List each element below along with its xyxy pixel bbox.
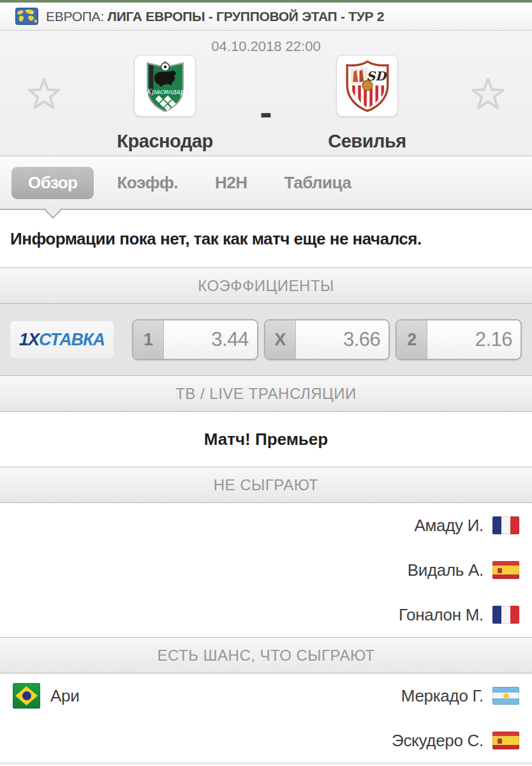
spain-flag-icon [492, 561, 519, 579]
france-flag-icon [492, 516, 519, 534]
odd-button-away[interactable]: 2 2.16 [395, 319, 522, 360]
tab-odds[interactable]: Коэфф. [103, 167, 192, 199]
favorite-star-home-icon[interactable] [24, 74, 64, 114]
odds-row: 1XСТАВКА 1 3.44 X 3.66 2 2.16 [0, 304, 532, 375]
brazil-flag-icon [13, 683, 40, 709]
world-map-icon [15, 8, 38, 25]
league-competition: ЛИГА ЕВРОПЫ - ГРУППОВОЙ ЭТАП - ТУР 2 [107, 9, 384, 24]
krasnodar-logo: Краснодар [134, 55, 196, 117]
odd-away-label: 2 [397, 320, 427, 359]
tab-odds-label: Коэфф. [117, 173, 178, 192]
tab-bar: Обзор Коэфф. H2H Таблица [0, 156, 532, 210]
tab-h2h-label: H2H [215, 173, 248, 192]
odd-draw-label: X [265, 320, 296, 359]
bookmaker-logo[interactable]: 1XСТАВКА [10, 321, 114, 358]
section-header-odds: КОЭФФИЦИЕНТЫ [0, 267, 532, 304]
team-away-name: Севилья [328, 131, 406, 152]
player-name: Амаду И. [414, 516, 484, 536]
team-home-name: Краснодар [117, 131, 212, 152]
tv-channel: Матч! Премьер [0, 412, 532, 467]
tab-table-label: Таблица [284, 173, 351, 192]
player-row[interactable]: Амаду И. [0, 503, 532, 548]
sevilla-logo: SD [336, 55, 398, 117]
tab-overview-label: Обзор [28, 173, 77, 192]
player-name: Меркадо Г. [401, 686, 484, 706]
odd-draw-value: 3.66 [296, 320, 389, 359]
odd-home-value: 3.44 [164, 320, 257, 359]
odd-home-label: 1 [133, 320, 164, 359]
player-name: Ари [50, 686, 79, 706]
section-header-tv: ТВ / LIVE ТРАНСЛЯЦИИ [0, 375, 532, 412]
spain-flag-icon [492, 732, 519, 749]
argentina-flag-icon [492, 687, 519, 705]
player-name: Видаль А. [408, 560, 484, 580]
will-not-play-list: Амаду И. Видаль А. Гоналон М. [0, 503, 532, 637]
bookmaker-prefix: 1X [19, 330, 39, 350]
section-header-may-play: ЕСТЬ ШАНС, ЧТО СЫГРАЮТ [0, 637, 532, 673]
france-flag-icon [492, 606, 519, 624]
odd-away-value: 2.16 [427, 320, 521, 359]
odd-button-home[interactable]: 1 3.44 [132, 319, 258, 360]
player-row[interactable]: Ари Меркадо Г. [0, 673, 532, 718]
no-info-message: Информации пока нет, так как матч еще не… [0, 210, 532, 267]
tab-overview[interactable]: Обзор [11, 167, 94, 199]
player-name: Эскудеро С. [392, 731, 484, 751]
may-play-list: Ари Меркадо Г. Эскудеро С. [0, 673, 532, 763]
svg-text:Краснодар: Краснодар [146, 87, 185, 95]
player-row[interactable]: Эскудеро С. [0, 718, 532, 763]
tab-h2h[interactable]: H2H [201, 167, 262, 199]
player-row[interactable]: Видаль А. [0, 548, 532, 592]
player-name: Гоналон М. [399, 605, 484, 625]
section-header-will-not-play: НЕ СЫГРАЮТ [0, 467, 532, 503]
bottom-strip [0, 763, 532, 765]
league-header[interactable]: ЕВРОПА: ЛИГА ЕВРОПЫ - ГРУППОВОЙ ЭТАП - Т… [0, 3, 532, 31]
player-row[interactable]: Гоналон М. [0, 592, 532, 637]
bookmaker-rest: СТАВКА [39, 330, 105, 350]
tab-table[interactable]: Таблица [270, 167, 366, 199]
league-region: ЕВРОПА: [46, 9, 104, 24]
match-datetime: 04.10.2018 22:00 [0, 38, 532, 55]
team-home[interactable]: Краснодар Краснодар [64, 55, 266, 152]
favorite-star-away-icon[interactable] [468, 74, 508, 114]
odd-button-draw[interactable]: X 3.66 [264, 319, 390, 360]
league-title: ЕВРОПА: ЛИГА ЕВРОПЫ - ГРУППОВОЙ ЭТАП - Т… [46, 9, 384, 24]
match-header: 04.10.2018 22:00 - Краснодар [0, 31, 532, 156]
team-away[interactable]: SD Севилья [266, 55, 468, 152]
